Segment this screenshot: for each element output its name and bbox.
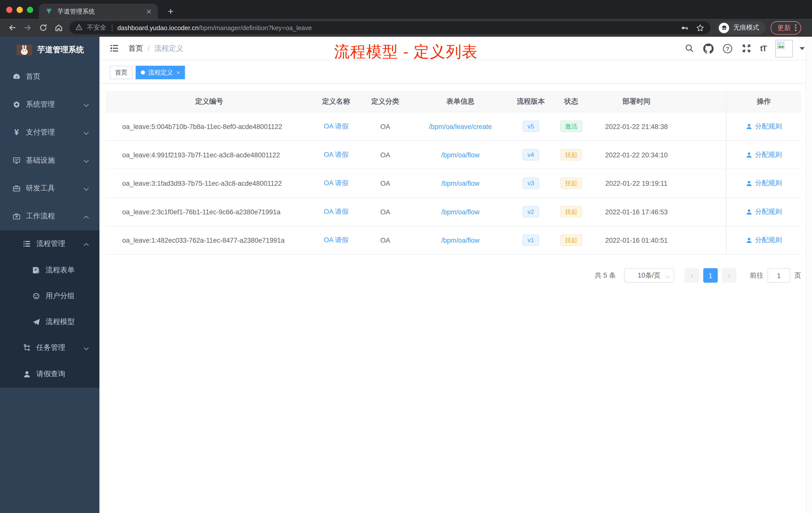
url-bar[interactable]: 不安全 dashboard.yudao.iocoder.cn/bpm/manag…	[69, 21, 710, 34]
next-page-button[interactable]: ›	[722, 268, 736, 282]
close-window-button[interactable]	[6, 7, 12, 13]
tag-process-definition[interactable]: 流程定义 ×	[136, 66, 185, 79]
home-icon[interactable]	[52, 21, 65, 35]
sidebar-item-infra[interactable]: 基础设施	[0, 147, 99, 175]
browser-update-button[interactable]: 更新	[771, 21, 801, 35]
user-icon	[746, 237, 753, 244]
chevron-down-icon	[83, 128, 89, 137]
dashboard-icon	[12, 72, 21, 81]
definition-id: oa_leave:4:991f2193-7b7f-11ec-a3c8-acde4…	[106, 151, 313, 159]
sidebar-fold-icon[interactable]	[109, 43, 119, 54]
password-key-icon[interactable]	[680, 24, 689, 32]
definition-category: OA	[359, 236, 411, 244]
column-header: 定义名称	[313, 97, 359, 106]
sidebar-item-leave-query[interactable]: 请假查询	[0, 361, 99, 388]
scrollbar-track[interactable]	[806, 37, 812, 513]
sidebar-item-process-form[interactable]: 流程表单	[0, 257, 99, 283]
goto-page-input[interactable]	[767, 268, 790, 282]
definition-id: oa_leave:3:1fad3d93-7b75-11ec-a3c8-acde4…	[106, 179, 313, 187]
table-row: oa_leave:2:3c1f0ef1-76b1-11ec-9c66-a2380…	[106, 198, 801, 226]
version-badge: v4	[522, 149, 539, 160]
update-label: 更新	[777, 23, 791, 32]
definition-name-link[interactable]: OA 请假	[324, 122, 348, 130]
fullscreen-icon[interactable]	[742, 43, 751, 53]
window-controls[interactable]	[6, 7, 33, 13]
favicon-plant-icon	[45, 7, 53, 16]
user-icon	[746, 208, 753, 215]
definition-category: OA	[359, 122, 411, 130]
sidebar-item-label: 流程模型	[46, 317, 75, 327]
table-row: oa_leave:3:1fad3d93-7b75-11ec-a3c8-acde4…	[106, 169, 801, 198]
avatar-dropdown-caret-icon[interactable]	[800, 47, 805, 50]
sidebar-item-label: 流程管理	[36, 239, 65, 248]
sidebar-item-user-group[interactable]: 用户分组	[0, 283, 99, 309]
definition-name-link[interactable]: OA 请假	[324, 208, 348, 215]
assign-rule-link[interactable]: 分配规则	[746, 207, 782, 216]
assign-rule-link[interactable]: 分配规则	[746, 122, 782, 131]
sidebar-item-workflow[interactable]: 工作流程	[0, 202, 99, 230]
chevron-down-icon	[83, 156, 89, 164]
sidebar-item-home[interactable]: 首页	[0, 63, 99, 91]
assign-rule-link[interactable]: 分配规则	[746, 235, 782, 245]
chevron-down-icon	[83, 184, 89, 192]
assign-rule-link[interactable]: 分配规则	[746, 150, 782, 159]
form-info-link[interactable]: /bpm/oa/flow	[441, 208, 480, 216]
page-size-select[interactable]: 10条/页	[624, 268, 674, 282]
breadcrumb-separator: /	[148, 44, 150, 53]
version-badge: v3	[522, 177, 539, 189]
user-group-icon	[32, 292, 40, 300]
sidebar-item-devtools[interactable]: 研发工具	[0, 175, 99, 202]
bookmark-star-icon[interactable]	[696, 24, 704, 32]
not-secure-label[interactable]: 不安全	[87, 23, 107, 32]
tag-home[interactable]: 首页	[110, 66, 133, 79]
table-row: oa_leave:5:004b710b-7b8a-11ec-8ef0-acde4…	[106, 113, 801, 141]
yen-icon: ¥	[12, 128, 21, 137]
forward-icon[interactable]	[21, 21, 34, 35]
app-logo[interactable]: 芋道管理系统	[0, 37, 99, 62]
search-icon[interactable]	[685, 43, 694, 53]
maximize-window-button[interactable]	[27, 7, 33, 13]
browser-menu-icon[interactable]	[795, 24, 796, 31]
tab-close-icon[interactable]: ✕	[145, 7, 153, 15]
definition-name-link[interactable]: OA 请假	[324, 151, 348, 158]
url-host: dashboard.yudao.iocoder.cn	[117, 24, 199, 31]
definition-name-link[interactable]: OA 请假	[324, 179, 348, 187]
form-info-link[interactable]: /bpm/oa/flow	[441, 236, 480, 244]
form-info-link[interactable]: /bpm/oa/leave/create	[429, 122, 492, 130]
github-icon[interactable]	[703, 43, 714, 54]
sidebar-item-label: 流程表单	[46, 266, 75, 275]
tag-close-icon[interactable]: ×	[176, 69, 180, 76]
column-header: 流程版本	[510, 97, 552, 106]
page-content: 定义编号 定义名称 定义分类 表单信息 流程版本 状态 部署时间 操作	[99, 91, 812, 282]
minimize-window-button[interactable]	[17, 7, 23, 13]
tag-label: 流程定义	[148, 68, 173, 77]
assign-rule-link[interactable]: 分配规则	[746, 179, 782, 188]
breadcrumb: 首页 / 流程定义	[128, 44, 183, 53]
font-size-icon[interactable]: tT	[760, 44, 766, 53]
new-tab-button[interactable]: +	[165, 5, 177, 18]
page-number-1[interactable]: 1	[703, 268, 718, 282]
definition-name-link[interactable]: OA 请假	[324, 236, 348, 244]
sidebar-item-process-model[interactable]: 流程模型	[0, 309, 99, 335]
svg-text:?: ?	[726, 45, 729, 52]
incognito-badge[interactable]: 无痕模式	[717, 21, 765, 35]
page-size-value: 10条/页	[638, 271, 661, 280]
browser-tab[interactable]: 芋道管理系统 ✕	[39, 3, 158, 19]
reload-icon[interactable]	[36, 21, 50, 35]
back-icon[interactable]	[5, 21, 19, 35]
table-body: oa_leave:5:004b710b-7b8a-11ec-8ef0-acde4…	[106, 113, 801, 255]
sidebar-item-system[interactable]: 系统管理	[0, 91, 99, 118]
help-icon[interactable]: ?	[722, 43, 733, 54]
sidebar-item-process-mgmt[interactable]: 流程管理	[0, 231, 99, 257]
sidebar-item-task-mgmt[interactable]: 任务管理	[0, 335, 99, 361]
paper-plane-icon	[32, 318, 40, 326]
chevron-down-icon	[83, 100, 89, 109]
active-tag-dot	[141, 70, 145, 75]
status-badge: 挂起	[560, 177, 582, 189]
breadcrumb-home[interactable]: 首页	[128, 44, 143, 53]
form-info-link[interactable]: /bpm/oa/flow	[441, 179, 480, 187]
avatar[interactable]	[775, 40, 793, 57]
sidebar-item-payment[interactable]: ¥ 支付管理	[0, 118, 99, 146]
form-info-link[interactable]: /bpm/oa/flow	[441, 151, 480, 159]
prev-page-button[interactable]: ‹	[685, 268, 699, 282]
